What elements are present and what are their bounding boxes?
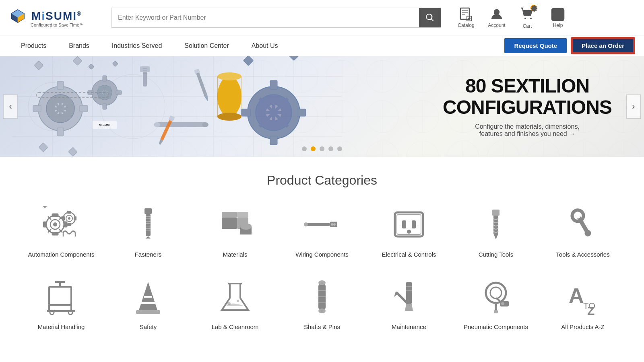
nav-solution[interactable]: Solution Center: [173, 37, 240, 55]
category-label: Tools & Accessories: [556, 251, 609, 259]
category-label: All Products A-Z: [561, 323, 605, 331]
cart-button[interactable]: 0 Cart: [515, 6, 539, 29]
svg-rect-52: [112, 61, 118, 67]
svg-rect-37: [73, 56, 82, 66]
category-fasteners[interactable]: Fasteners: [112, 202, 184, 259]
help-button[interactable]: ? Help: [546, 7, 570, 28]
search-button[interactable]: [419, 8, 441, 27]
svg-rect-72: [243, 56, 253, 66]
svg-rect-130: [222, 212, 237, 218]
hero-content: 80 SEXTILION CONFIGURATIONS Configure th…: [443, 76, 612, 138]
svg-rect-112: [67, 211, 71, 214]
nav-links: Products Brands Industries Served Soluti…: [10, 37, 504, 55]
svg-point-165: [227, 302, 231, 305]
svg-rect-39: [68, 147, 78, 156]
svg-rect-119: [146, 214, 151, 236]
svg-rect-48: [103, 76, 107, 81]
category-wiring[interactable]: Wiring Components: [286, 202, 358, 259]
wiring-icon: [300, 202, 344, 247]
svg-rect-101: [52, 232, 58, 235]
svg-rect-146: [493, 216, 498, 234]
cart-settings-icon: [530, 5, 538, 12]
hero-dot-4[interactable]: [328, 146, 333, 151]
svg-point-99: [53, 222, 57, 226]
account-button[interactable]: Account: [485, 7, 509, 28]
svg-rect-152: [49, 287, 71, 305]
hero-dot-5[interactable]: [337, 146, 342, 151]
svg-rect-100: [52, 214, 58, 217]
hero-next-button[interactable]: ›: [626, 95, 641, 119]
category-shafts[interactable]: Shafts & Pins: [286, 275, 358, 331]
nav-brands[interactable]: Brands: [58, 37, 101, 55]
svg-point-166: [237, 300, 239, 302]
account-label: Account: [488, 23, 505, 28]
svg-rect-67: [270, 80, 277, 89]
hero-title-line2: CONFIGURATIONS: [443, 97, 612, 118]
request-quote-button[interactable]: Request Quote: [504, 38, 567, 53]
svg-text:MISUMI: MISUMI: [99, 123, 111, 127]
hero-dot-1[interactable]: [302, 146, 307, 151]
category-automation[interactable]: Automation Components: [25, 202, 97, 259]
svg-point-169: [318, 309, 326, 313]
nav-products[interactable]: Products: [10, 37, 58, 55]
svg-rect-118: [144, 208, 152, 214]
svg-rect-53: [89, 64, 94, 70]
category-label: Pneumatic Components: [464, 323, 528, 331]
svg-rect-143: [412, 220, 416, 228]
hero-dot-2[interactable]: [311, 146, 316, 151]
category-material-handling[interactable]: Material Handling: [25, 275, 97, 331]
svg-point-179: [486, 283, 506, 303]
svg-rect-40: [39, 143, 48, 152]
svg-rect-70: [297, 109, 306, 116]
category-label: Material Handling: [38, 323, 85, 331]
search-icon: [425, 13, 435, 23]
svg-point-157: [68, 311, 72, 315]
svg-point-14: [530, 18, 532, 19]
nav-bar: Products Brands Industries Served Soluti…: [0, 35, 644, 56]
svg-rect-33: [57, 81, 64, 89]
svg-rect-142: [402, 220, 406, 228]
svg-point-168: [318, 280, 326, 285]
svg-rect-185: [494, 310, 498, 313]
category-maintenance[interactable]: Maintenance: [373, 275, 445, 331]
category-cutting[interactable]: Cutting Tools: [460, 202, 532, 259]
catalog-button[interactable]: Catalog: [454, 7, 478, 28]
maintenance-icon: [387, 275, 431, 319]
search-input[interactable]: [111, 8, 419, 27]
nav-industries[interactable]: Industries Served: [101, 37, 173, 55]
category-electrical[interactable]: Electrical & Controls: [373, 202, 445, 259]
hero-title-line1: 80 SEXTILION: [443, 76, 612, 97]
svg-point-111: [68, 217, 70, 220]
svg-rect-102: [43, 222, 46, 227]
search-bar[interactable]: [111, 8, 441, 28]
svg-text:A: A: [569, 284, 584, 307]
category-pneumatic[interactable]: Pneumatic Components: [460, 275, 532, 331]
category-all-products[interactable]: A TO Z All Products A-Z: [547, 275, 619, 331]
category-label: Fasteners: [135, 251, 162, 259]
hero-prev-button[interactable]: ‹: [3, 95, 18, 119]
help-icon: ?: [551, 7, 565, 22]
categories-grid-row1: Automation Components Fas: [19, 202, 625, 259]
svg-point-183: [501, 302, 504, 305]
svg-rect-49: [103, 104, 107, 109]
category-tools[interactable]: Tools & Accessories: [547, 202, 619, 259]
hero-dots: [302, 146, 342, 151]
logo-area[interactable]: MiSUMI® Configured to Save Time™: [10, 8, 98, 27]
category-safety[interactable]: Safety: [112, 275, 184, 331]
svg-point-156: [50, 311, 54, 315]
hero-dot-3[interactable]: [320, 146, 324, 151]
nav-about[interactable]: About Us: [240, 37, 289, 55]
svg-rect-104: [43, 206, 47, 208]
logo-icon: [10, 8, 26, 24]
svg-rect-34: [57, 128, 64, 136]
svg-rect-35: [33, 105, 41, 112]
category-label: Automation Components: [28, 251, 94, 259]
all-products-icon: A TO Z: [561, 275, 605, 319]
svg-rect-113: [67, 223, 71, 226]
shafts-icon: [300, 275, 344, 319]
category-materials[interactable]: Materials: [199, 202, 271, 259]
categories-title: Product Categories: [19, 173, 625, 188]
place-order-button[interactable]: Place an Order: [572, 38, 634, 53]
category-lab[interactable]: Lab & Cleanroom: [199, 275, 271, 331]
tools-icon: [561, 202, 605, 247]
